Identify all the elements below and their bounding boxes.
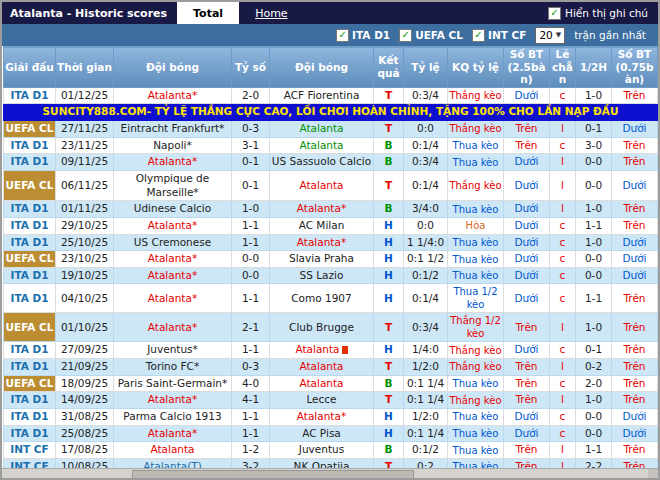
match-row: ITA D125/08/25Atalanta*1-1AC PisaH0:1 1/… <box>4 425 658 442</box>
home-team-cell[interactable]: Paris Saint-Germain* <box>114 375 232 392</box>
home-team-cell[interactable]: Atalanta* <box>114 313 232 342</box>
away-team-cell[interactable]: Lecce <box>270 392 374 409</box>
away-team-cell[interactable]: Atalanta <box>270 375 374 392</box>
home-team-cell[interactable]: Atalanta* <box>114 154 232 171</box>
horizontal-scrollbar[interactable] <box>2 468 658 478</box>
odd-even-cell: l <box>550 170 576 200</box>
home-team-cell[interactable]: Parma Calcio 1913 <box>114 409 232 426</box>
over-under-0-75-cell: Dưới <box>612 170 658 200</box>
odds-result-cell: Thắng kèo <box>448 170 504 200</box>
result-cell: T <box>374 170 404 200</box>
show-notes-checkbox[interactable]: ✓ Hiển thị ghi chú <box>548 2 658 24</box>
checkbox-checked-icon[interactable]: ✓ <box>548 7 561 20</box>
away-team-cell[interactable]: ACF Fiorentina <box>270 87 374 104</box>
date-cell: 04/10/25 <box>56 284 114 313</box>
match-row: UEFA CL06/11/25Olympique de Marseille*0-… <box>4 170 658 200</box>
away-team-cell[interactable]: Atalanta* <box>270 201 374 218</box>
filter-checkbox-int-cf[interactable]: ✓INT CF <box>472 29 526 42</box>
scrollbar-thumb[interactable] <box>132 470 414 479</box>
away-team-cell[interactable]: AC Milan <box>270 217 374 234</box>
home-team-cell[interactable]: Atalanta <box>114 442 232 459</box>
score-cell: 1-1 <box>232 217 270 234</box>
column-header-7: KQ tỷ lệ <box>448 47 504 88</box>
away-team-cell[interactable]: Atalanta <box>270 170 374 200</box>
column-header-8: Số BT (2.5bàn) <box>504 47 550 88</box>
away-team-cell[interactable]: Como 1907 <box>270 284 374 313</box>
handicap-odds-cell: 0:1/4 <box>404 137 448 154</box>
score-cell: 1-0 <box>232 201 270 218</box>
tab-strip: TotalHome <box>177 2 304 24</box>
home-team-cell[interactable]: Olympique de Marseille* <box>114 170 232 200</box>
odds-result-cell: Thua 1/2 kèo <box>448 284 504 313</box>
home-team-cell[interactable]: Eintracht Frankfurt* <box>114 121 232 138</box>
home-team-cell[interactable]: Atalanta* <box>114 217 232 234</box>
home-team-cell[interactable]: Juventus* <box>114 342 232 359</box>
checkbox-checked-icon[interactable]: ✓ <box>336 29 349 42</box>
match-row: ITA D121/09/25Torino FC*0-3AtalantaT1/2:… <box>4 359 658 376</box>
handicap-odds-cell: 1/4:0 <box>404 342 448 359</box>
over-under-2-5-cell: Dưới <box>504 267 550 284</box>
league-cell: ITA D1 <box>4 359 56 376</box>
home-team-cell[interactable]: Atalanta* <box>114 87 232 104</box>
column-header-6: Tỷ lệ <box>404 47 448 88</box>
away-team-cell[interactable]: Slavia Praha <box>270 251 374 268</box>
home-team-cell[interactable]: Udinese Calcio <box>114 201 232 218</box>
away-team-cell[interactable]: AC Pisa <box>270 425 374 442</box>
checkbox-checked-icon[interactable]: ✓ <box>472 29 485 42</box>
over-under-0-75-cell: Trên <box>612 217 658 234</box>
odds-result-cell: Thua kèo <box>448 267 504 284</box>
result-cell: H <box>374 217 404 234</box>
tab-home[interactable]: Home <box>239 2 303 24</box>
historic-scores-window: Atalanta - Historic scores TotalHome ✓ H… <box>0 0 660 480</box>
checkbox-checked-icon[interactable]: ✓ <box>399 29 412 42</box>
score-cell: 1-1 <box>232 425 270 442</box>
ad-banner[interactable]: SUNCITY888.COM- TỶ LỆ THẮNG CỰC CAO, LỐI… <box>4 104 658 121</box>
over-under-2-5-cell: Dưới <box>504 87 550 104</box>
match-row: UEFA CL18/09/25Paris Saint-Germain*4-0At… <box>4 375 658 392</box>
away-team-cell[interactable]: Atalanta <box>270 137 374 154</box>
match-count-select[interactable]: 20 ▼ <box>535 27 565 44</box>
match-row: UEFA CL23/10/25Atalanta*0-0Slavia PrahaH… <box>4 251 658 268</box>
odd-even-cell: l <box>550 154 576 171</box>
date-cell: 01/11/25 <box>56 201 114 218</box>
result-cell: B <box>374 201 404 218</box>
away-team-cell[interactable]: US Sassuolo Calcio <box>270 154 374 171</box>
away-team-cell[interactable]: Atalanta <box>270 359 374 376</box>
home-team-cell[interactable]: Atalanta* <box>114 284 232 313</box>
result-cell: H <box>374 425 404 442</box>
over-under-2-5-cell: Dưới <box>504 425 550 442</box>
over-under-0-75-cell: Trên <box>612 313 658 342</box>
home-team-cell[interactable]: Atalanta* <box>114 425 232 442</box>
home-team-cell[interactable]: Napoli* <box>114 137 232 154</box>
over-under-0-75-cell: Trên <box>612 154 658 171</box>
column-header-3: Tỷ số <box>232 47 270 88</box>
away-team-cell[interactable]: Atalanta* <box>270 234 374 251</box>
home-team-cell[interactable]: US Cremonese <box>114 234 232 251</box>
ad-banner-row: SUNCITY888.COM- TỶ LỆ THẮNG CỰC CAO, LỐI… <box>4 104 658 121</box>
league-cell: ITA D1 <box>4 87 56 104</box>
league-cell: UEFA CL <box>4 375 56 392</box>
column-header-10: 1/2H <box>576 47 612 88</box>
home-team-cell[interactable]: Atalanta* <box>114 267 232 284</box>
filter-checkbox-uefa-cl[interactable]: ✓UEFA CL <box>399 29 463 42</box>
home-team-cell[interactable]: Torino FC* <box>114 359 232 376</box>
match-count-suffix: trận gần nhất <box>574 29 646 41</box>
away-team-cell[interactable]: Atalanta <box>270 121 374 138</box>
away-team-cell[interactable]: Club Brugge <box>270 313 374 342</box>
tab-total[interactable]: Total <box>177 2 239 24</box>
away-team-cell[interactable]: SS Lazio <box>270 267 374 284</box>
away-team-cell[interactable]: Atalanta* <box>270 409 374 426</box>
over-under-2-5-cell: Trên <box>504 442 550 459</box>
filter-label: ITA D1 <box>352 29 390 41</box>
handicap-odds-cell: 3/4:0 <box>404 201 448 218</box>
odds-result-cell: Thắng kèo <box>448 121 504 138</box>
odds-result-cell: Thua kèo <box>448 251 504 268</box>
odds-result-cell: Thắng kèo <box>448 392 504 409</box>
away-team-cell[interactable]: Juventus <box>270 442 374 459</box>
score-cell: 2-1 <box>232 313 270 342</box>
home-team-cell[interactable]: Atalanta* <box>114 251 232 268</box>
home-team-cell[interactable]: Atalanta* <box>114 392 232 409</box>
handicap-odds-cell: 0:1/4 <box>404 284 448 313</box>
away-team-cell[interactable]: Atalanta <box>270 342 374 359</box>
filter-checkbox-ita-d1[interactable]: ✓ITA D1 <box>336 29 390 42</box>
